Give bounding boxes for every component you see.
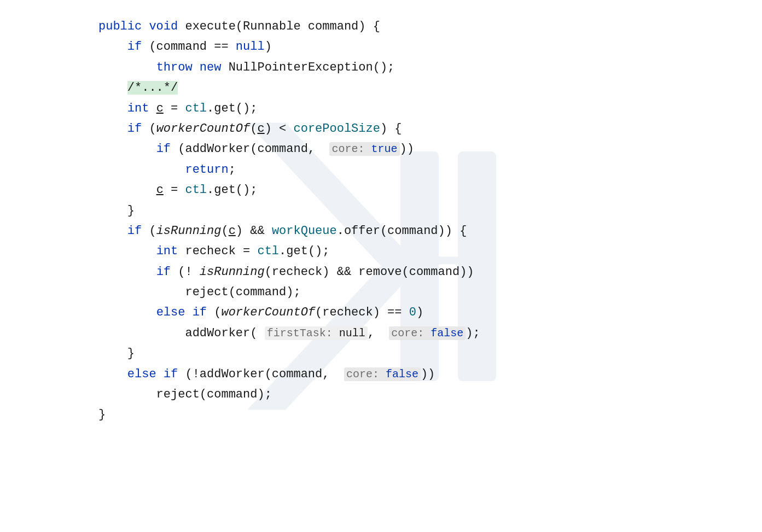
code-line-5: int c = ctl.get(); <box>98 98 762 119</box>
code-line-19: reject(command); <box>98 384 762 405</box>
code-content: public void execute(Runnable command) { … <box>98 16 762 425</box>
code-line-13: if (! isRunning(recheck) && remove(comma… <box>98 262 762 282</box>
code-line-4: /*...*/ <box>98 78 762 98</box>
code-line-17: } <box>98 343 762 364</box>
code-line-18: else if (!addWorker(command, core: false… <box>98 364 762 384</box>
code-line-16: addWorker( firstTask: null, core: false)… <box>98 323 762 343</box>
code-line-15: else if (workerCountOf(recheck) == 0) <box>98 302 762 323</box>
code-line-6: if (workerCountOf(c) < corePoolSize) { <box>98 119 762 139</box>
code-line-20: } <box>98 405 762 425</box>
code-line-2: if (command == null) <box>98 37 762 57</box>
code-line-10: } <box>98 201 762 221</box>
code-line-14: reject(command); <box>98 282 762 302</box>
code-line-3: throw new NullPointerException(); <box>98 57 762 78</box>
code-line-8: return; <box>98 160 762 180</box>
code-line-12: int recheck = ctl.get(); <box>98 241 762 261</box>
code-line-11: if (isRunning(c) && workQueue.offer(comm… <box>98 221 762 241</box>
code-container: public void execute(Runnable command) { … <box>0 0 762 532</box>
code-line-1: public void execute(Runnable command) { <box>98 16 762 37</box>
code-line-9: c = ctl.get(); <box>98 180 762 200</box>
code-line-7: if (addWorker(command, core: true)) <box>98 139 762 159</box>
